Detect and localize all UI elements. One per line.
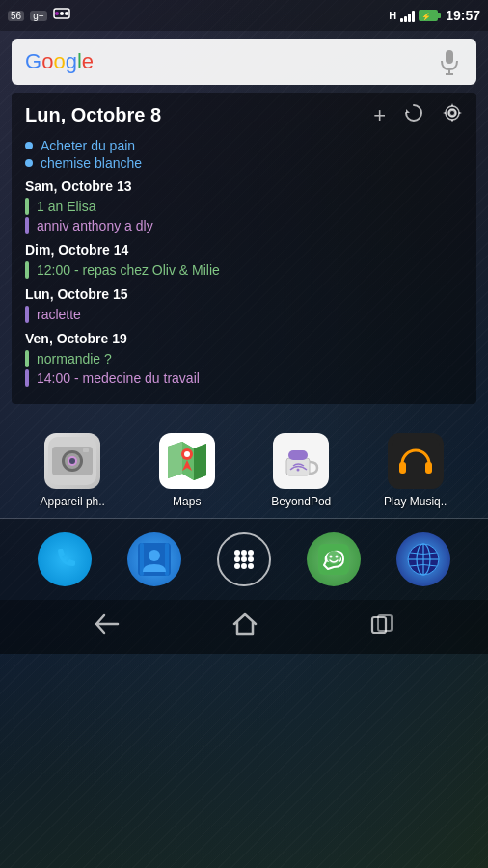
battery-level-icon: 56 xyxy=(8,11,24,21)
event-bar-icon xyxy=(25,198,29,215)
calendar-widget: Lun, Octobre 8 + xyxy=(12,93,476,404)
app-icon-camera[interactable]: Appareil ph.. xyxy=(29,433,116,508)
event-day-label: Dim, Octobre 14 xyxy=(25,242,463,258)
event-text: anniv anthony a dly xyxy=(37,218,153,233)
svg-rect-31 xyxy=(425,462,432,474)
event-bar-icon xyxy=(25,369,29,387)
event-text: 1 an Elisa xyxy=(37,199,95,214)
app-icon-label: BeyondPod xyxy=(271,495,331,508)
svg-point-36 xyxy=(234,550,240,556)
event-item: anniv anthony a dly xyxy=(25,217,463,234)
network-type-icon: H xyxy=(389,10,396,21)
svg-point-43 xyxy=(241,563,247,569)
svg-point-39 xyxy=(234,556,240,562)
app-icon-beyondpod[interactable]: BeyondPod xyxy=(258,433,344,508)
event-day-label: Lun, Octobre 15 xyxy=(25,286,463,302)
svg-rect-5 xyxy=(446,50,453,64)
svg-marker-21 xyxy=(168,442,182,478)
svg-point-40 xyxy=(241,556,247,562)
search-bar[interactable]: Google xyxy=(12,39,476,85)
app-icon-maps[interactable]: Maps xyxy=(144,433,230,508)
event-group-oct14: Dim, Octobre 14 12:00 - repas chez Oliv … xyxy=(25,242,463,279)
time-display: 19:57 xyxy=(446,8,480,23)
svg-point-50 xyxy=(336,556,339,558)
svg-rect-18 xyxy=(83,448,89,452)
svg-point-37 xyxy=(241,550,247,556)
calendar-actions: + xyxy=(373,102,463,128)
event-group-oct13: Sam, Octobre 13 1 an Elisa anniv anthony… xyxy=(25,178,463,234)
gplus-icon: g+ xyxy=(30,11,46,21)
status-bar-left: 56 g+ xyxy=(8,8,70,23)
svg-rect-30 xyxy=(399,462,406,474)
app-icon-label: Play Musiq.. xyxy=(384,495,447,508)
event-item: raclette xyxy=(25,306,463,323)
event-item: 1 an Elisa xyxy=(25,198,463,215)
svg-point-42 xyxy=(234,563,240,569)
dock-apps-icon[interactable] xyxy=(217,532,271,586)
svg-point-49 xyxy=(330,556,333,558)
notification-icon xyxy=(53,8,70,23)
svg-point-35 xyxy=(149,550,160,561)
event-bar-icon xyxy=(25,306,29,323)
svg-text:⚡: ⚡ xyxy=(421,12,431,20)
event-item: Acheter du pain xyxy=(25,138,463,153)
status-bar-right: H ⚡ 19:57 xyxy=(389,8,480,23)
status-bar: 56 g+ H ⚡ xyxy=(0,0,488,31)
event-text: 14:00 - medecine du travail xyxy=(37,370,200,386)
dock-phone-icon[interactable] xyxy=(38,532,92,586)
calendar-current-date: Lun, Octobre 8 xyxy=(25,104,161,126)
svg-marker-8 xyxy=(406,109,410,113)
event-item: normandie ? xyxy=(25,350,463,367)
battery-icon: ⚡ xyxy=(419,10,438,21)
svg-marker-23 xyxy=(194,444,206,480)
refresh-icon[interactable] xyxy=(403,102,424,128)
event-day-label: Sam, Octobre 13 xyxy=(25,178,463,194)
event-bar-icon xyxy=(25,261,29,279)
svg-point-24 xyxy=(184,451,190,457)
dock-browser-icon[interactable] xyxy=(396,532,450,586)
settings-icon[interactable] xyxy=(442,102,463,128)
event-item: chemise blanche xyxy=(25,155,463,171)
signal-icon xyxy=(400,9,415,22)
svg-point-17 xyxy=(69,458,75,464)
home-icon[interactable] xyxy=(232,612,258,641)
play-music-icon xyxy=(388,433,444,489)
svg-point-38 xyxy=(248,550,254,556)
svg-point-28 xyxy=(297,469,300,472)
recents-icon[interactable] xyxy=(370,613,393,640)
event-bar-icon xyxy=(25,350,29,367)
google-logo: Google xyxy=(25,49,94,74)
mic-icon[interactable] xyxy=(436,48,463,75)
dock-contacts-icon[interactable] xyxy=(127,532,181,586)
app-icon-music[interactable]: Play Musiq.. xyxy=(372,433,459,508)
event-item: 12:00 - repas chez Oliv & Milie xyxy=(25,261,463,279)
app-icon-label: Appareil ph.. xyxy=(41,495,105,508)
event-text: Acheter du pain xyxy=(41,138,135,153)
app-icons-row: Appareil ph.. Maps xyxy=(0,414,488,518)
svg-rect-27 xyxy=(288,450,308,460)
app-icon-label: Maps xyxy=(173,495,201,508)
event-text: raclette xyxy=(37,307,81,322)
add-event-icon[interactable]: + xyxy=(373,103,386,128)
event-day-label: Ven, Octobre 19 xyxy=(25,331,463,346)
camera-icon xyxy=(44,433,100,489)
event-dot-icon xyxy=(25,159,33,167)
event-text: chemise blanche xyxy=(41,155,142,171)
svg-point-2 xyxy=(60,12,64,15)
nav-bar xyxy=(0,600,488,654)
maps-icon xyxy=(159,433,215,489)
svg-marker-22 xyxy=(182,442,194,480)
event-bar-icon xyxy=(25,217,29,234)
svg-point-1 xyxy=(55,12,59,15)
event-group-today: Acheter du pain chemise blanche xyxy=(25,138,463,171)
event-text: 12:00 - repas chez Oliv & Milie xyxy=(37,262,220,278)
event-dot-icon xyxy=(25,142,33,149)
svg-point-10 xyxy=(446,106,459,120)
calendar-header: Lun, Octobre 8 + xyxy=(25,102,463,128)
dock-chat-icon[interactable] xyxy=(307,532,361,586)
event-group-oct15: Lun, Octobre 15 raclette xyxy=(25,286,463,323)
svg-point-9 xyxy=(449,110,455,116)
svg-point-3 xyxy=(65,12,68,15)
event-text: normandie ? xyxy=(37,351,112,366)
back-icon[interactable] xyxy=(95,613,120,640)
